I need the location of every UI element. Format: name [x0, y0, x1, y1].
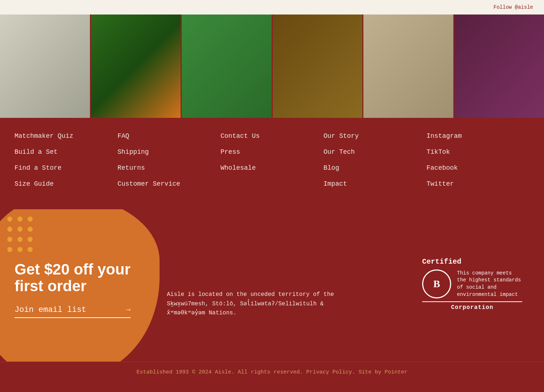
dot-2: [17, 216, 22, 222]
dot-5: [17, 227, 22, 232]
join-arrow: →: [126, 305, 131, 314]
photo-6: [454, 15, 544, 118]
nav-col-4: Our Story Our Tech Blog Impact: [323, 132, 426, 187]
nav-contact-us[interactable]: Contact Us: [221, 132, 323, 140]
nav-find-a-store[interactable]: Find a Store: [15, 164, 118, 172]
nav-col-3: Contact Us Press Wholesale: [221, 132, 323, 187]
nav-tiktok[interactable]: TikTok: [426, 148, 529, 156]
photo-1: [0, 15, 90, 118]
bcorp-letter: B: [433, 278, 440, 290]
dot-8: [17, 237, 22, 242]
dot-6: [28, 227, 33, 232]
photo-3: [182, 15, 272, 118]
nav-facebook[interactable]: Facebook: [426, 164, 529, 172]
bcorp-badge: Certified B This company meets the highe…: [422, 257, 522, 311]
nav-impact[interactable]: Impact: [323, 180, 426, 187]
territory-text: Aisle is located on the unceded territor…: [167, 290, 341, 318]
follow-text: Follow @aisle: [494, 4, 533, 10]
nav-returns[interactable]: Returns: [118, 164, 221, 172]
footer-text: Established 1993 © 2024 Aisle. All right…: [136, 369, 407, 375]
nav-wholesale[interactable]: Wholesale: [221, 164, 323, 172]
bcorp-description: This company meets the highest standards…: [457, 270, 522, 298]
nav-press[interactable]: Press: [221, 148, 323, 156]
bcorp-corporation-label: Corporation: [422, 301, 522, 311]
dot-11: [17, 247, 22, 252]
dot-9: [28, 237, 33, 242]
dot-3: [28, 216, 33, 222]
dot-12: [28, 247, 33, 252]
photo-strip: [0, 15, 544, 118]
footer-bar: Established 1993 © 2024 Aisle. All right…: [0, 362, 544, 383]
dot-1: [7, 216, 12, 222]
nav-our-tech[interactable]: Our Tech: [323, 148, 426, 156]
photo-5: [363, 15, 453, 118]
nav-col-2: FAQ Shipping Returns Customer Service: [118, 132, 221, 187]
bcorp-logo-circle: B: [422, 269, 451, 298]
nav-our-story[interactable]: Our Story: [323, 132, 426, 140]
nav-shipping[interactable]: Shipping: [118, 148, 221, 156]
top-bar: Follow @aisle: [0, 0, 544, 15]
nav-instagram[interactable]: Instagram: [426, 132, 529, 140]
nav-links: Matchmaker Quiz Build a Set Find a Store…: [0, 118, 544, 209]
dot-7: [7, 237, 12, 242]
promo-heading: Get $20 off your first order: [15, 261, 131, 294]
dots-decoration: [7, 216, 33, 257]
email-promo: Get $20 off your first order Join email …: [15, 261, 131, 318]
bcorp-middle: B This company meets the highest standar…: [422, 269, 522, 298]
bcorp-certified-label: Certified: [422, 257, 461, 266]
territory-paragraph: Aisle is located on the unceded territor…: [167, 290, 341, 318]
bottom-section: Get $20 off your first order Join email …: [0, 209, 544, 362]
email-join-cta[interactable]: Join email list →: [15, 305, 131, 318]
photo-2: [91, 15, 181, 118]
photo-4: [273, 15, 363, 118]
nav-col-5: Instagram TikTok Facebook Twitter: [426, 132, 529, 187]
nav-col-1: Matchmaker Quiz Build a Set Find a Store…: [15, 132, 118, 187]
nav-size-guide[interactable]: Size Guide: [15, 180, 118, 187]
join-label: Join email list: [15, 305, 86, 314]
nav-twitter[interactable]: Twitter: [426, 180, 529, 187]
nav-build-a-set[interactable]: Build a Set: [15, 148, 118, 156]
nav-blog[interactable]: Blog: [323, 164, 426, 172]
dot-10: [7, 247, 12, 252]
nav-faq[interactable]: FAQ: [118, 132, 221, 140]
nav-matchmaker-quiz[interactable]: Matchmaker Quiz: [15, 132, 118, 140]
nav-customer-service[interactable]: Customer Service: [118, 180, 221, 187]
dot-4: [7, 227, 12, 232]
